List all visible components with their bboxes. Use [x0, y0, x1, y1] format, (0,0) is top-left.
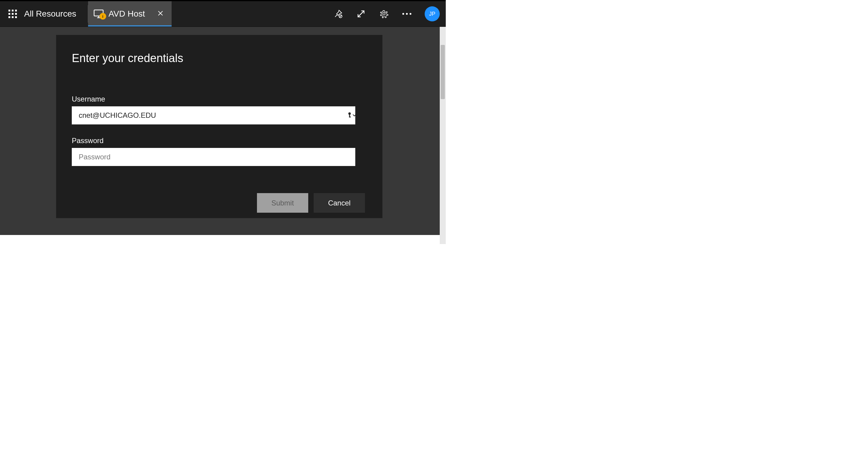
svg-rect-15 [349, 116, 351, 117]
svg-line-7 [339, 15, 342, 18]
password-input[interactable] [72, 148, 355, 166]
active-tab-indicator [88, 25, 172, 27]
credential-picker-icon[interactable] [347, 112, 356, 119]
fullscreen-icon[interactable] [356, 9, 366, 19]
all-resources-label[interactable]: All Resources [24, 9, 88, 19]
username-input-wrap [72, 106, 365, 125]
svg-point-12 [409, 13, 411, 15]
more-icon[interactable] [402, 9, 412, 19]
svg-point-10 [402, 13, 404, 15]
password-label: Password [72, 136, 365, 145]
header-right: JP [333, 1, 446, 27]
avatar[interactable]: JP [425, 6, 440, 22]
password-input-wrap [72, 148, 365, 166]
monitor-icon: i [93, 9, 105, 19]
header-left: All Resources [0, 1, 88, 27]
scrollbar[interactable] [440, 27, 446, 244]
gear-icon[interactable] [379, 9, 389, 19]
cancel-button[interactable]: Cancel [314, 193, 365, 213]
tab-title: AVD Host [108, 9, 145, 19]
svg-line-5 [335, 15, 337, 17]
username-label: Username [72, 95, 365, 103]
pin-icon[interactable] [333, 9, 343, 19]
button-row: Submit Cancel [72, 193, 365, 213]
tab-avd-host[interactable]: i AVD Host [88, 1, 172, 27]
submit-button[interactable]: Submit [257, 193, 308, 213]
svg-line-8 [358, 11, 364, 17]
credentials-modal: Enter your credentials Username Password… [56, 35, 382, 218]
app-launcher-icon[interactable] [8, 10, 17, 18]
svg-point-13 [348, 112, 351, 115]
username-input[interactable] [72, 106, 355, 125]
svg-point-9 [383, 13, 385, 15]
background-strip [0, 235, 440, 244]
close-icon[interactable] [157, 9, 164, 19]
header-bar: All Resources i AVD Host [0, 1, 446, 27]
modal-title: Enter your credentials [72, 52, 365, 65]
svg-point-11 [406, 13, 408, 15]
info-badge-icon: i [99, 13, 106, 20]
